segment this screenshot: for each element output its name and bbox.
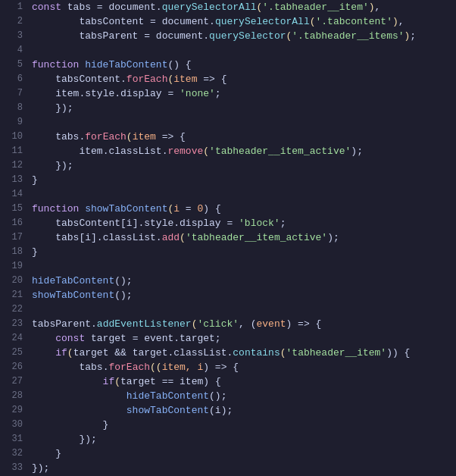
code-line-32: } bbox=[32, 446, 450, 461]
line-number-10: 10 bbox=[6, 130, 23, 144]
code-line-16: tabsContent[i].style.display = 'block'; bbox=[32, 216, 450, 230]
code-line-12: }); bbox=[32, 158, 450, 173]
line-number-11: 11 bbox=[6, 144, 23, 158]
line-number-8: 8 bbox=[6, 101, 23, 115]
code-line-17: tabs[i].classList.add('tabheader__item_a… bbox=[32, 230, 450, 245]
line-number-24: 24 bbox=[6, 331, 23, 346]
line-number-13: 13 bbox=[6, 173, 23, 187]
code-line-21: showTabContent(); bbox=[32, 288, 450, 302]
code-line-7: item.style.display = 'none'; bbox=[32, 86, 450, 101]
code-line-31: }); bbox=[32, 432, 450, 446]
line-number-32: 32 bbox=[6, 446, 23, 461]
line-numbers: 1234567891011121314151617181920212223242… bbox=[0, 0, 32, 476]
code-line-27: if(target == item) { bbox=[32, 374, 450, 389]
code-line-24: const target = event.target; bbox=[32, 331, 450, 346]
code-line-26: tabs.forEach((item, i) => { bbox=[32, 360, 450, 374]
line-number-30: 30 bbox=[6, 418, 23, 432]
line-number-5: 5 bbox=[6, 58, 23, 72]
code-line-1: const tabs = document.querySelectorAll('… bbox=[32, 0, 450, 14]
code-editor: 1234567891011121314151617181920212223242… bbox=[0, 0, 456, 476]
code-line-14 bbox=[32, 187, 450, 202]
line-number-29: 29 bbox=[6, 403, 23, 418]
line-number-6: 6 bbox=[6, 72, 23, 86]
code-line-18: } bbox=[32, 245, 450, 259]
code-line-10: tabs.forEach(item => { bbox=[32, 130, 450, 144]
line-number-21: 21 bbox=[6, 288, 23, 302]
line-number-7: 7 bbox=[6, 86, 23, 101]
line-number-15: 15 bbox=[6, 202, 23, 216]
code-line-23: tabsParent.addEventListener('click', (ev… bbox=[32, 317, 450, 331]
code-line-6: tabsContent.forEach(item => { bbox=[32, 72, 450, 86]
line-number-9: 9 bbox=[6, 115, 23, 130]
line-number-16: 16 bbox=[6, 216, 23, 230]
line-number-26: 26 bbox=[6, 360, 23, 374]
line-number-18: 18 bbox=[6, 245, 23, 259]
code-line-30: } bbox=[32, 418, 450, 432]
code-line-2: tabsContent = document.querySelectorAll(… bbox=[32, 14, 450, 29]
line-number-1: 1 bbox=[6, 0, 23, 14]
line-number-3: 3 bbox=[6, 29, 23, 43]
line-number-27: 27 bbox=[6, 374, 23, 389]
code-line-8: }); bbox=[32, 101, 450, 115]
code-line-25: if(target && target.classList.contains('… bbox=[32, 346, 450, 360]
line-number-17: 17 bbox=[6, 230, 23, 245]
code-line-9 bbox=[32, 115, 450, 130]
line-number-25: 25 bbox=[6, 346, 23, 360]
code-line-4 bbox=[32, 43, 450, 58]
line-number-4: 4 bbox=[6, 43, 23, 58]
code-line-15: function showTabContent(i = 0) { bbox=[32, 202, 450, 216]
code-line-3: tabsParent = document.querySelector('.ta… bbox=[32, 29, 450, 43]
code-line-28: hideTabContent(); bbox=[32, 389, 450, 403]
line-number-28: 28 bbox=[6, 389, 23, 403]
code-line-22 bbox=[32, 302, 450, 317]
code-line-19 bbox=[32, 259, 450, 274]
code-line-11: item.classList.remove('tabheader__item_a… bbox=[32, 144, 450, 158]
line-number-19: 19 bbox=[6, 259, 23, 274]
code-line-29: showTabContent(i); bbox=[32, 403, 450, 418]
line-number-33: 33 bbox=[6, 461, 23, 475]
line-number-12: 12 bbox=[6, 158, 23, 173]
line-number-22: 22 bbox=[6, 302, 23, 317]
line-number-31: 31 bbox=[6, 432, 23, 446]
code-content: const tabs = document.querySelectorAll('… bbox=[32, 0, 456, 476]
code-line-33: }); bbox=[32, 461, 450, 475]
code-line-20: hideTabContent(); bbox=[32, 274, 450, 288]
code-line-13: } bbox=[32, 173, 450, 187]
code-line-5: function hideTabContent() { bbox=[32, 58, 450, 72]
line-number-14: 14 bbox=[6, 187, 23, 202]
line-number-23: 23 bbox=[6, 317, 23, 331]
line-number-20: 20 bbox=[6, 274, 23, 288]
line-number-2: 2 bbox=[6, 14, 23, 29]
